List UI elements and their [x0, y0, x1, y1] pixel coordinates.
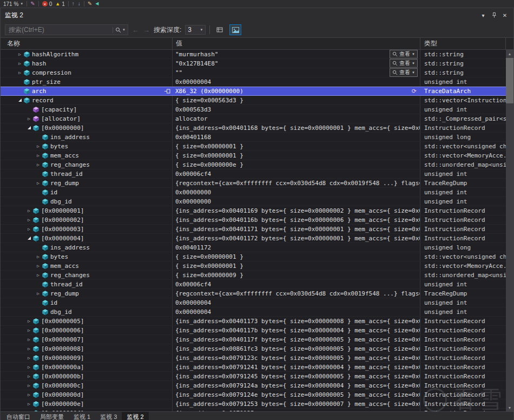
expander-icon[interactable] — [35, 142, 41, 150]
value-cell[interactable]: {ins_address=0x00401168 bytes={ size=0x0… — [173, 123, 420, 132]
value-cell[interactable]: { size=0x00000001 } — [173, 142, 420, 150]
value-cell[interactable]: {ins_address=0x00861fc3 bytes={ size=0x0… — [173, 344, 420, 353]
table-row[interactable]: [0x00000009] {ins_address=0x0079123c byt… — [1, 353, 506, 363]
expander-icon[interactable] — [35, 152, 41, 160]
value-cell[interactable]: "0x127B14E8" 查看 ▼ — [173, 59, 420, 68]
table-row[interactable]: [0x0000000e] {ins_address=0x00791253 byt… — [1, 399, 506, 409]
table-row[interactable]: hashAlgorithm "murmurhash" 查看 ▼ std::str… — [1, 50, 506, 59]
table-row[interactable]: thread_id 0x00006cf4 unsigned int — [1, 169, 506, 179]
value-cell[interactable]: 0x00006cf4 — [173, 280, 420, 288]
expander-icon[interactable] — [26, 354, 32, 362]
table-row[interactable]: mem_accs { size=0x00000001 } std::vector… — [1, 261, 506, 271]
value-cell[interactable]: {ins_address=0x00401171 bytes={ size=0x0… — [173, 225, 420, 233]
table-row[interactable]: ins_address 0x00401172 unsigned long — [1, 243, 506, 252]
value-cell[interactable]: 0x00000004 — [173, 307, 420, 316]
previous-result-button[interactable]: ← — [132, 26, 139, 34]
value-cell[interactable]: 0x00000000 — [173, 197, 420, 206]
table-row[interactable]: bytes { size=0x00000001 } std::vector<un… — [1, 252, 506, 261]
search-input[interactable] — [8, 25, 113, 34]
expander-icon[interactable] — [26, 225, 32, 233]
value-cell[interactable]: { size=0x000563d3 } — [173, 96, 420, 104]
expander-icon[interactable] — [26, 363, 32, 371]
table-row[interactable]: [0x0000000b] {ins_address=0x00791245 byt… — [1, 372, 506, 381]
value-cell[interactable]: {ins_address=0x0079124e bytes={ size=0x0… — [173, 390, 420, 399]
expander-icon[interactable] — [35, 262, 41, 270]
table-row[interactable]: [0x00000005] {ins_address=0x00401173 byt… — [1, 317, 506, 326]
table-row[interactable]: hash "0x127B14E8" 查看 ▼ std::string — [1, 59, 506, 68]
table-row[interactable]: [0x0000000a] {ins_address=0x00791241 byt… — [1, 363, 506, 372]
back-arrow-icon[interactable]: ◀ — [95, 1, 98, 6]
table-row[interactable]: [0x00000004] {ins_address=0x00401172 byt… — [1, 234, 506, 243]
brush-icon[interactable]: ✎ — [30, 1, 35, 6]
table-row[interactable]: mem_accs { size=0x00000001 } std::vector… — [1, 151, 506, 160]
expander-icon[interactable] — [35, 271, 41, 279]
expander-icon[interactable] — [35, 253, 41, 261]
expander-icon[interactable] — [35, 299, 41, 307]
value-cell[interactable]: {regcontext={cax=0xffffffff ccx=0x030d54… — [173, 289, 420, 298]
table-row[interactable]: [0x00000003] {ins_address=0x00401171 byt… — [1, 225, 506, 234]
scrollbar-thumb[interactable] — [506, 58, 513, 103]
tab-watch-3[interactable]: 监视 3 — [95, 412, 122, 420]
expander-icon[interactable] — [35, 280, 41, 288]
table-row[interactable]: ptr_size 0x00000004 unsigned int — [1, 77, 506, 87]
pin-panel-button[interactable] — [490, 11, 498, 19]
warning-count-badge[interactable]: ▲ 1 — [55, 1, 64, 7]
search-options-button[interactable]: ▼ — [113, 27, 126, 33]
navigate-down-icon[interactable]: ↓ — [78, 1, 81, 6]
table-row[interactable]: id 0x00000004 unsigned int — [1, 298, 506, 307]
column-header-value[interactable]: 值 — [173, 38, 420, 49]
expander-icon[interactable] — [17, 96, 23, 104]
expander-icon[interactable] — [35, 308, 41, 316]
value-cell[interactable]: 0x00006cf4 — [173, 169, 420, 178]
view-button[interactable]: 查看 ▼ — [390, 50, 418, 58]
expander-icon[interactable] — [17, 60, 23, 68]
column-header-name[interactable]: 名称 — [1, 38, 173, 49]
search-depth-select[interactable]: 3 ▼ — [185, 25, 206, 35]
table-row[interactable]: [0x0000000c] {ins_address=0x0079124a byt… — [1, 381, 506, 390]
table-row[interactable]: bytes { size=0x00000001 } std::vector<un… — [1, 142, 506, 151]
expander-icon[interactable] — [26, 106, 32, 114]
value-cell[interactable]: 0x00000004 — [173, 77, 420, 86]
value-cell[interactable]: { size=0x00000009 } — [173, 271, 420, 279]
table-row[interactable]: [0x0000000d] {ins_address=0x0079124e byt… — [1, 390, 506, 399]
table-row[interactable]: thread_id 0x00006cf4 unsigned int — [1, 280, 506, 289]
table-row[interactable]: [0x00000006] {ins_address=0x0040117b byt… — [1, 326, 506, 335]
expander-icon[interactable] — [35, 244, 41, 252]
value-cell[interactable]: 0x000563d3 — [173, 105, 420, 114]
expander-icon[interactable] — [17, 69, 23, 77]
value-cell[interactable]: X86_32 (0x00000000) ⟳ — [173, 87, 420, 95]
value-cell[interactable]: {ins_address=0x0079123c bytes={ size=0x0… — [173, 353, 420, 362]
value-cell[interactable]: {ins_address=0x0040117f bytes={ size=0x0… — [173, 335, 420, 344]
value-cell[interactable]: {ins_address=0x00791245 bytes={ size=0x0… — [173, 372, 420, 380]
view-button[interactable]: 查看 ▼ — [390, 68, 418, 77]
table-row[interactable]: compression "" 查看 ▼ std::string — [1, 68, 506, 77]
scroll-down-arrow[interactable]: ▼ — [506, 404, 513, 411]
watch-settings-button[interactable] — [214, 24, 226, 35]
expander-icon[interactable] — [26, 345, 32, 353]
value-cell[interactable]: 0x00000000 — [173, 188, 420, 196]
window-menu-button[interactable]: ▾ — [479, 11, 487, 19]
expander-icon[interactable] — [26, 115, 32, 123]
value-cell[interactable]: "murmurhash" 查看 ▼ — [173, 50, 420, 58]
table-row[interactable]: arch X86_32 (0x00000000) ⟳ TraceDataArch — [1, 87, 506, 96]
expander-icon[interactable] — [35, 179, 41, 187]
expander-icon[interactable] — [26, 317, 32, 325]
table-row[interactable]: reg_changes { size=0x00000009 } std::uno… — [1, 271, 506, 280]
table-row[interactable]: ins_address 0x00401168 unsigned long — [1, 133, 506, 142]
expander-icon[interactable] — [17, 50, 23, 58]
value-cell[interactable]: { size=0x00000001 } — [173, 261, 420, 270]
scroll-up-arrow[interactable]: ▲ — [506, 50, 513, 57]
table-row[interactable]: id 0x00000000 unsigned int — [1, 188, 506, 197]
table-row[interactable]: dbg_id 0x00000004 unsigned int — [1, 307, 506, 317]
table-row[interactable]: record { size=0x000563d3 } std::vector<I… — [1, 96, 506, 105]
expander-icon[interactable] — [17, 78, 23, 86]
error-count-badge[interactable]: ✕ 0 — [42, 1, 52, 7]
pin-to-column-icon[interactable] — [164, 89, 170, 94]
value-cell[interactable]: {ins_address=0x00401169 bytes={ size=0x0… — [173, 206, 420, 215]
vertical-scrollbar[interactable]: ▲ ▼ — [506, 50, 513, 411]
table-row[interactable]: [0x00000008] {ins_address=0x00861fc3 byt… — [1, 344, 506, 353]
tab-watch-2[interactable]: 监视 2 — [122, 412, 148, 420]
expander-icon[interactable] — [35, 188, 41, 196]
tab-watch-1[interactable]: 监视 1 — [69, 412, 95, 420]
value-cell[interactable]: { size=0x00000001 } — [173, 151, 420, 160]
